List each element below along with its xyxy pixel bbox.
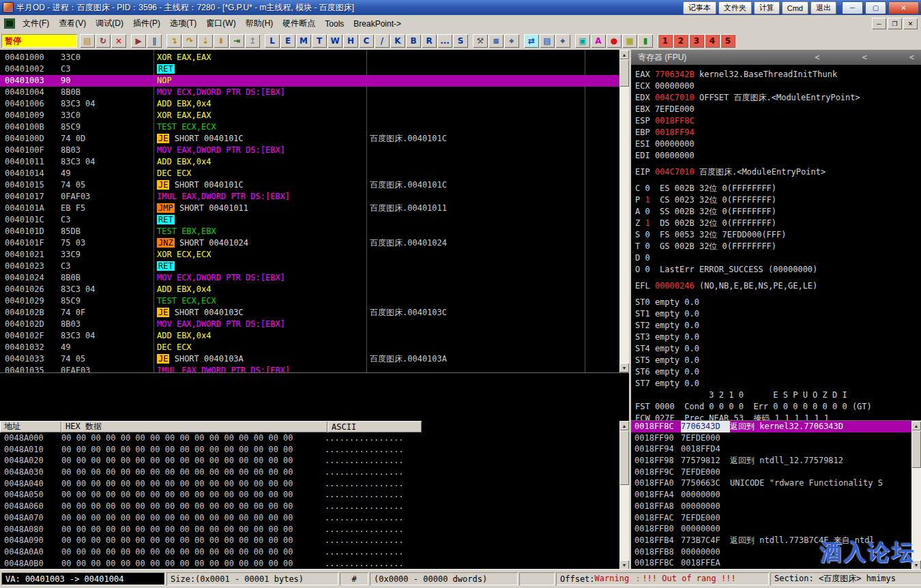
disasm-row[interactable]: 0040101D85DBTEST EBX,EBX	[0, 226, 619, 237]
memory-map-button[interactable]: M	[296, 34, 311, 48]
disasm-row[interactable]: 0040103374 05JE SHORT 0040103A百度图床.00401…	[0, 353, 619, 365]
step-into-icon[interactable]: ↴	[166, 34, 181, 48]
disasm-row[interactable]: 0040102985C9TEST ECX,ECX	[0, 295, 619, 307]
dump-row[interactable]: 0048A0B000 00 00 00 00 00 00 00 00 00 00…	[0, 558, 619, 570]
disasm-row[interactable]: 004010170FAF03IMUL EAX,DWORD PTR DS:[EBX…	[0, 191, 619, 203]
disasm-row[interactable]: 0040102D8B03MOV EAX,DWORD PTR DS:[EBX]	[0, 319, 619, 330]
mdi-restore-button[interactable]: ❐	[888, 18, 902, 29]
titlebar-app-button-0[interactable]: 记事本	[683, 1, 716, 14]
stack-row[interactable]: 0018FF9877579812返回到 ntdll_12.77579812	[631, 455, 911, 467]
disasm-row[interactable]: 0040101AEB F5JMP SHORT 00401011百度图床.0040…	[0, 203, 619, 214]
register-line[interactable]: ST7 empty 0.0	[635, 378, 921, 389]
handles-button[interactable]: H	[343, 34, 358, 48]
register-line[interactable]: EDX 004C7010 OFFSET 百度图床.<ModuleEntryPoi…	[635, 92, 921, 104]
breakpoints-button[interactable]: B	[406, 34, 421, 48]
menu-item-1[interactable]: 查看(V)	[54, 15, 91, 32]
register-line[interactable]: ST5 empty 0.0	[635, 355, 921, 366]
execute-till-return-icon[interactable]: ⇥	[229, 34, 244, 48]
scroll-thumb[interactable]	[619, 59, 629, 87]
register-line[interactable]: ST0 empty 0.0	[635, 297, 921, 308]
menu-item-3[interactable]: 插件(P)	[128, 15, 165, 32]
stack-row[interactable]: 0018FF940018FFD4	[631, 443, 911, 455]
options-icon[interactable]: ⚒	[473, 34, 488, 48]
run-trace-button[interactable]: ...	[437, 34, 452, 48]
register-line[interactable]: EAX 7706342B kernel32.BaseThreadInitThun…	[635, 69, 921, 80]
register-line[interactable]: A 0 SS 002B 32位 0(FFFFFFFF)	[635, 206, 921, 218]
menu-item-5[interactable]: 窗口(W)	[201, 15, 240, 32]
register-line[interactable]: ST2 empty 0.0	[635, 320, 921, 332]
list-view-icon[interactable]: ▤	[540, 34, 555, 48]
pane-arrow-icon[interactable]: <	[815, 53, 819, 62]
register-line[interactable]: ESP 0018FF8C	[635, 115, 921, 127]
disasm-row[interactable]: 00401023C3RET	[0, 261, 619, 272]
stack-row[interactable]: 0018FF8C7706343D返回到 kernel32.7706343D	[631, 421, 911, 432]
go-to-icon[interactable]: ↥	[245, 34, 260, 48]
disasm-row[interactable]: 00401002C3RET	[0, 63, 619, 75]
register-line[interactable]: ESI 00000000	[635, 138, 921, 150]
scroll-up-icon[interactable]: ▲	[619, 421, 629, 430]
appearance-icon[interactable]: ≡	[488, 34, 503, 48]
disasm-row[interactable]: 0040102133C9XOR ECX,ECX	[0, 249, 619, 261]
executables-button[interactable]: E	[280, 34, 295, 48]
dump-row[interactable]: 0048A05000 00 00 00 00 00 00 00 00 00 00…	[0, 489, 619, 501]
register-line[interactable]: EBP 0018FF94	[635, 127, 921, 138]
menu-item-2[interactable]: 调试(D)	[91, 15, 128, 32]
register-line[interactable]: C 0 ES 002B 32位 0(FFFFFFFF)	[635, 183, 921, 194]
plugin-bars-icon[interactable]: ▮	[638, 34, 653, 48]
register-line[interactable]: EFL 00000246 (NO,NB,E,BE,NS,PE,GE,LE)	[635, 280, 921, 292]
titlebar-app-button-4[interactable]: 退出	[810, 1, 836, 14]
breakpoint-5-button[interactable]: 5	[720, 34, 735, 48]
stack-row[interactable]: 0018FFA800000000	[631, 501, 911, 512]
column-divider[interactable]	[154, 50, 154, 374]
menu-item-8[interactable]: Tools	[320, 16, 349, 31]
register-line[interactable]: ST3 empty 0.0	[635, 332, 921, 343]
dump-row[interactable]: 0048A07000 00 00 00 00 00 00 00 00 00 00…	[0, 512, 619, 524]
column-divider[interactable]	[585, 50, 585, 374]
mdi-close-button[interactable]: ✕	[903, 18, 918, 29]
register-line[interactable]: P 1 CS 0023 32位 0(FFFFFFFF)	[635, 194, 921, 206]
maximize-button[interactable]: ▢	[865, 1, 886, 14]
plugin-grid-icon[interactable]: ▦	[622, 34, 637, 48]
scroll-down-icon[interactable]: ▼	[619, 560, 629, 570]
disasm-row[interactable]: 0040100683C3 04ADD EBX,0x4	[0, 98, 619, 110]
close-process-icon[interactable]: ×	[111, 34, 126, 48]
scroll-track[interactable]	[619, 430, 629, 560]
scroll-thumb[interactable]	[619, 430, 629, 485]
plugin-cyan-icon[interactable]: ▣	[575, 34, 590, 48]
register-line[interactable]: EDI 00000000	[635, 150, 921, 162]
stack-row[interactable]: 0018FFAC7EFDE000	[631, 512, 911, 524]
animate-into-icon[interactable]: ⇣	[198, 34, 213, 48]
log-window-button[interactable]: L	[265, 34, 280, 48]
register-line[interactable]: ST6 empty 0.0	[635, 366, 921, 378]
stack-row[interactable]: 0018FF9C7EFDE000	[631, 467, 911, 478]
register-line[interactable]: ST1 empty 0.0	[635, 308, 921, 320]
dump-row[interactable]: 0048A03000 00 00 00 00 00 00 00 00 00 00…	[0, 467, 619, 478]
run-icon[interactable]: ▶	[131, 34, 146, 48]
dump-row[interactable]: 0048A0A000 00 00 00 00 00 00 00 00 00 00…	[0, 546, 619, 558]
titlebar[interactable]: 半月OD - 进程：百度图床 - PID：3596 - 主线程：7280 - […	[0, 0, 921, 15]
pane-arrow-icon[interactable]: <	[909, 53, 914, 62]
animate-over-icon[interactable]: ⇟	[214, 34, 229, 48]
dump-row[interactable]: 0048A00000 00 00 00 00 00 00 00 00 00 00…	[0, 432, 619, 444]
stack-row[interactable]: 0018FFA400000000	[631, 489, 911, 501]
find-icon[interactable]: ⌖	[555, 34, 570, 48]
register-line[interactable]: T 0 GS 002B 32位 0(FFFFFFFF)	[635, 241, 921, 252]
breakpoint-2-button[interactable]: 2	[673, 34, 688, 48]
windows-button[interactable]: W	[327, 34, 342, 48]
disasm-row[interactable]: 004010248B0BMOV ECX,DWORD PTR DS:[EBX]	[0, 272, 619, 284]
restart-icon[interactable]: ↻	[96, 34, 111, 48]
register-line[interactable]: ECX 00000000	[635, 80, 921, 92]
disasm-row[interactable]: 0040101449DEC ECX	[0, 168, 619, 179]
dump-scrollbar[interactable]: ▲ ▼	[619, 421, 629, 570]
references-button[interactable]: R	[422, 34, 437, 48]
dump-row[interactable]: 0048A01000 00 00 00 00 00 00 00 00 00 00…	[0, 444, 619, 456]
dump-row[interactable]: 0048A06000 00 00 00 00 00 00 00 00 00 00…	[0, 501, 619, 512]
plugin-a-icon[interactable]: A	[591, 34, 606, 48]
disasm-row[interactable]: 0040100933C0XOR EAX,EAX	[0, 110, 619, 121]
disasm-row[interactable]: 0040101CC3RET	[0, 214, 619, 226]
disasm-row[interactable]: 0040102F83C3 04ADD EBX,0x4	[0, 330, 619, 342]
breakpoint-4-button[interactable]: 4	[705, 34, 720, 48]
scroll-up-icon[interactable]: ▲	[911, 421, 921, 430]
register-line[interactable]: EBX 7EFDE000	[635, 104, 921, 115]
patches-button[interactable]: /	[375, 34, 390, 48]
